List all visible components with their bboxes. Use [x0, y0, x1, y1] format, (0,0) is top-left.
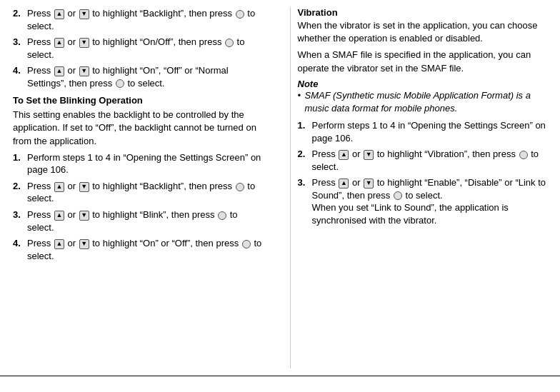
nav-up-icon: ▲	[339, 179, 349, 189]
list-item: 2.Press ▲ or ▼ to highlight “Backlight”,…	[13, 7, 263, 32]
right-paragraph: When the vibrator is set in the applicat…	[298, 19, 548, 45]
nav-up-icon: ▲	[54, 38, 64, 48]
list-item-content: Press ▲ or ▼ to highlight “On”, “Off” or…	[27, 64, 263, 89]
nav-up-icon: ▲	[339, 150, 349, 160]
left-top-list: 2.Press ▲ or ▼ to highlight “Backlight”,…	[13, 7, 263, 89]
select-button-icon	[236, 10, 244, 19]
list-item: 1.Perform steps 1 to 4 in “Opening the S…	[13, 151, 263, 176]
vibration-title: Vibration	[298, 7, 548, 18]
list-item-content: Press ▲ or ▼ to highlight “On” or “Off”,…	[27, 237, 263, 262]
blink-intro: This setting enables the backlight to be…	[13, 109, 263, 148]
list-item-number: 4.	[13, 64, 24, 89]
list-item: 2.Press ▲ or ▼ to highlight “Backlight”,…	[13, 180, 263, 205]
nav-down-icon: ▼	[364, 150, 374, 160]
list-item-number: 3.	[298, 176, 309, 226]
right-column: Vibration When the vibrator is set in th…	[290, 7, 548, 368]
select-button-icon	[394, 191, 402, 200]
list-item-number: 1.	[13, 151, 24, 176]
list-item-number: 2.	[13, 180, 24, 205]
list-item: 2.Press ▲ or ▼ to highlight “Vibration”,…	[298, 148, 548, 173]
list-item-number: 1.	[298, 119, 309, 144]
select-button-icon	[242, 240, 251, 248]
list-item: 1.Perform steps 1 to 4 in “Opening the S…	[298, 119, 548, 144]
list-item-content: Perform steps 1 to 4 in “Opening the Set…	[27, 151, 263, 176]
list-item: 3.Press ▲ or ▼ to highlight “On/Off”, th…	[13, 36, 263, 61]
nav-down-icon: ▼	[79, 211, 89, 221]
list-item-content: Press ▲ or ▼ to highlight “Vibration”, t…	[312, 148, 548, 173]
list-item-content: Press ▲ or ▼ to highlight “Enable”, “Dis…	[312, 176, 548, 226]
nav-down-icon: ▼	[79, 9, 89, 19]
right-paragraph: When a SMAF file is specified in the app…	[298, 49, 548, 74]
nav-up-icon: ▲	[54, 66, 64, 76]
note-block: Note SMAF (Synthetic music Mobile Applic…	[298, 79, 548, 115]
nav-down-icon: ▼	[79, 38, 89, 48]
left-column: 2.Press ▲ or ▼ to highlight “Backlight”,…	[13, 7, 270, 368]
select-button-icon	[236, 183, 244, 191]
select-button-icon	[519, 151, 528, 159]
nav-down-icon: ▼	[79, 182, 89, 192]
list-item-number: 2.	[13, 7, 24, 32]
note-title: Note	[298, 79, 548, 89]
list-item: 3.Press ▲ or ▼ to highlight “Enable”, “D…	[298, 176, 548, 226]
list-item-content: Press ▲ or ▼ to highlight “Blink”, then …	[27, 208, 263, 233]
page: 2.Press ▲ or ▼ to highlight “Backlight”,…	[0, 0, 560, 392]
list-item-number: 2.	[298, 148, 309, 173]
list-item-content: Perform steps 1 to 4 in “Opening the Set…	[312, 119, 548, 144]
blink-list: 1.Perform steps 1 to 4 in “Opening the S…	[13, 151, 263, 262]
list-item-content: Press ▲ or ▼ to highlight “On/Off”, then…	[27, 36, 263, 61]
footer	[0, 376, 560, 385]
list-item: 3.Press ▲ or ▼ to highlight “Blink”, the…	[13, 208, 263, 233]
nav-down-icon: ▼	[364, 179, 374, 189]
nav-up-icon: ▲	[54, 9, 64, 19]
select-button-icon	[116, 79, 124, 88]
list-item-number: 3.	[13, 36, 24, 61]
blink-section-title: To Set the Blinking Operation	[13, 95, 263, 106]
list-item: 4.Press ▲ or ▼ to highlight “On” or “Off…	[13, 237, 263, 262]
list-item-number: 3.	[13, 208, 24, 233]
nav-down-icon: ▼	[79, 239, 89, 249]
note-items: SMAF (Synthetic music Mobile Application…	[298, 89, 548, 115]
right-paragraphs: When the vibrator is set in the applicat…	[298, 19, 548, 75]
list-item-content: Press ▲ or ▼ to highlight “Backlight”, t…	[27, 180, 263, 205]
right-steps: 1.Perform steps 1 to 4 in “Opening the S…	[298, 119, 548, 226]
select-button-icon	[225, 39, 234, 47]
columns: 2.Press ▲ or ▼ to highlight “Backlight”,…	[0, 7, 560, 368]
list-item-content: Press ▲ or ▼ to highlight “Backlight”, t…	[27, 7, 263, 32]
nav-up-icon: ▲	[54, 239, 64, 249]
list-item: 4.Press ▲ or ▼ to highlight “On”, “Off” …	[13, 64, 263, 89]
note-item: SMAF (Synthetic music Mobile Application…	[298, 89, 548, 115]
nav-up-icon: ▲	[54, 182, 64, 192]
nav-down-icon: ▼	[79, 66, 89, 76]
list-item-number: 4.	[13, 237, 24, 262]
select-button-icon	[218, 211, 226, 220]
nav-up-icon: ▲	[54, 211, 64, 221]
